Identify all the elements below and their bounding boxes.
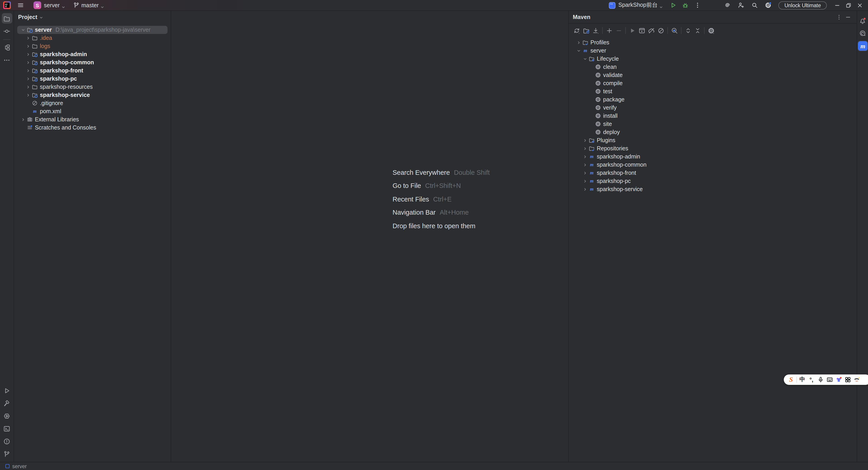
ime-toolbox-icon[interactable] bbox=[843, 375, 852, 384]
chevron-right-icon[interactable] bbox=[25, 36, 31, 40]
tree-item-sparkshop-resources[interactable]: sparkshop-resources bbox=[17, 83, 167, 91]
tree-item-install[interactable]: install bbox=[572, 112, 854, 120]
tree-item-server[interactable]: mserver bbox=[572, 46, 854, 55]
chevron-right-icon[interactable] bbox=[582, 154, 588, 159]
ime-virtual-keyboard-icon[interactable] bbox=[825, 375, 834, 384]
chevron-down-icon[interactable] bbox=[576, 49, 582, 53]
run-button[interactable] bbox=[668, 1, 678, 10]
tree-item-sparkshop-common[interactable]: msparkshop-common bbox=[572, 161, 854, 169]
tree-item-sparkshop-admin[interactable]: msparkshop-admin bbox=[572, 153, 854, 161]
tree-item-test[interactable]: test bbox=[572, 87, 854, 96]
tree-item-package[interactable]: package bbox=[572, 96, 854, 104]
chevron-right-icon[interactable] bbox=[576, 40, 582, 45]
tool-window-button-commit[interactable] bbox=[2, 26, 12, 36]
more-actions-kebab-icon[interactable] bbox=[692, 1, 703, 10]
chevron-right-icon[interactable] bbox=[582, 179, 588, 184]
tree-item-sparkshop-common[interactable]: sparkshop-common bbox=[17, 58, 167, 67]
ime-sogou-logo[interactable]: S bbox=[786, 375, 796, 384]
tree-item-sparkshop-admin[interactable]: sparkshop-admin bbox=[17, 50, 167, 58]
settings-gear-icon[interactable] bbox=[763, 1, 773, 10]
tree-item-lifecycle[interactable]: Lifecycle bbox=[572, 55, 854, 63]
add-maven-projects-button[interactable] bbox=[604, 26, 614, 35]
tree-item-plugins[interactable]: Plugins bbox=[572, 136, 854, 145]
window-minimize-button[interactable] bbox=[831, 0, 843, 10]
window-restore-button[interactable] bbox=[843, 0, 854, 10]
tree-item-pom-xml[interactable]: mpom.xml bbox=[17, 107, 167, 116]
analyze-dependencies-button[interactable] bbox=[670, 26, 679, 35]
tree-item-logs[interactable]: logs bbox=[17, 42, 167, 50]
chevron-right-icon[interactable] bbox=[25, 60, 31, 65]
reload-all-maven-projects-button[interactable] bbox=[572, 26, 581, 35]
chevron-right-icon[interactable] bbox=[25, 76, 31, 81]
toggle-offline-mode-button[interactable] bbox=[647, 26, 656, 35]
execute-maven-goal-button[interactable] bbox=[637, 26, 647, 35]
tool-window-button-ai-assistant[interactable] bbox=[857, 28, 868, 38]
chevron-right-icon[interactable] bbox=[582, 162, 588, 167]
shortcut-action[interactable]: Search Everywhere bbox=[393, 169, 450, 176]
tool-window-button-version-control[interactable] bbox=[2, 449, 12, 459]
unlock-ultimate-button[interactable]: Unlock Ultimate bbox=[779, 1, 827, 9]
tool-window-button-notifications[interactable] bbox=[857, 15, 868, 26]
tree-item-sparkshop-service[interactable]: sparkshop-service bbox=[17, 91, 167, 99]
tree-item-sparkshop-pc[interactable]: msparkshop-pc bbox=[572, 177, 854, 185]
project-name-widget[interactable]: server bbox=[44, 2, 60, 8]
generate-sources-and-update-folders-button[interactable] bbox=[581, 26, 591, 35]
window-close-button[interactable] bbox=[854, 0, 865, 10]
debug-button[interactable] bbox=[680, 1, 690, 10]
tool-window-button-problems[interactable] bbox=[2, 436, 12, 446]
main-menu-hamburger-icon[interactable] bbox=[16, 1, 25, 10]
maven-hide-icon[interactable] bbox=[843, 12, 852, 22]
tree-item-compile[interactable]: compile bbox=[572, 79, 854, 87]
tree-item--idea[interactable]: .idea bbox=[17, 34, 167, 42]
tool-window-button-maven[interactable]: m bbox=[857, 41, 868, 51]
tree-item-server[interactable]: serverD:\java_project\sparkshop-java\ser… bbox=[17, 26, 167, 34]
chevron-right-icon[interactable] bbox=[25, 85, 31, 89]
ime-skin-icon[interactable] bbox=[834, 375, 843, 384]
tool-window-button-terminal[interactable] bbox=[2, 424, 12, 434]
skip-tests-mode-button[interactable] bbox=[656, 26, 665, 35]
ime-input-mode-chinese[interactable]: 中 bbox=[798, 375, 807, 384]
chevron-right-icon[interactable] bbox=[582, 171, 588, 176]
project-panel-header[interactable]: Project bbox=[14, 11, 171, 23]
maven-options-kebab-icon[interactable] bbox=[835, 12, 843, 22]
chevron-right-icon[interactable] bbox=[25, 68, 31, 73]
project-avatar[interactable]: S bbox=[33, 1, 41, 9]
tree-item-profiles[interactable]: Profiles bbox=[572, 38, 854, 46]
chevron-right-icon[interactable] bbox=[25, 93, 31, 98]
shortcut-action[interactable]: Go to File bbox=[393, 182, 421, 189]
maven-settings-button[interactable] bbox=[706, 26, 716, 35]
tree-item-deploy[interactable]: deploy bbox=[572, 128, 854, 136]
chevron-right-icon[interactable] bbox=[582, 187, 588, 192]
run-maven-build-button[interactable] bbox=[627, 26, 637, 35]
chevron-right-icon[interactable] bbox=[20, 117, 26, 122]
tool-window-button-project[interactable] bbox=[2, 13, 12, 24]
download-sources-button[interactable] bbox=[591, 26, 600, 35]
ime-emoji-icon[interactable] bbox=[852, 375, 861, 384]
tree-item-repositories[interactable]: Repositories bbox=[572, 145, 854, 153]
tree-item-validate[interactable]: validate bbox=[572, 71, 854, 79]
tree-item-sparkshop-front[interactable]: sparkshop-front bbox=[17, 67, 167, 75]
tree-item-sparkshop-service[interactable]: msparkshop-service bbox=[572, 185, 854, 193]
tree-item-verify[interactable]: verify bbox=[572, 104, 854, 112]
ime-punctuation-mode[interactable]: °, bbox=[807, 375, 816, 384]
unlink-maven-projects-button[interactable] bbox=[614, 26, 623, 35]
shortcut-action[interactable]: Recent Files bbox=[393, 196, 429, 203]
chevron-right-icon[interactable] bbox=[582, 138, 588, 143]
tool-window-button-more-tool-windows[interactable] bbox=[2, 55, 12, 65]
tree-item-external-libraries[interactable]: External Libraries bbox=[17, 116, 167, 124]
status-project-name[interactable]: server bbox=[12, 464, 27, 469]
chevron-right-icon[interactable] bbox=[25, 44, 31, 49]
tool-window-button-services[interactable] bbox=[2, 411, 12, 421]
shortcut-action[interactable]: Navigation Bar bbox=[393, 209, 436, 216]
search-everywhere-icon[interactable] bbox=[750, 1, 760, 10]
chevron-right-icon[interactable] bbox=[582, 146, 588, 151]
tool-window-button-run[interactable] bbox=[2, 385, 12, 396]
chevron-down-icon[interactable] bbox=[582, 57, 588, 61]
ime-voice-input-icon[interactable] bbox=[816, 375, 825, 384]
tree-item--gitignore[interactable]: .gitignore bbox=[17, 99, 167, 107]
ai-assistant-icon[interactable] bbox=[722, 1, 733, 10]
chevron-right-icon[interactable] bbox=[25, 52, 31, 57]
tree-item-scratches-and-consoles[interactable]: Scratches and Consoles bbox=[17, 124, 167, 132]
tool-window-button-build[interactable] bbox=[2, 398, 12, 408]
tree-item-sparkshop-front[interactable]: msparkshop-front bbox=[572, 169, 854, 177]
